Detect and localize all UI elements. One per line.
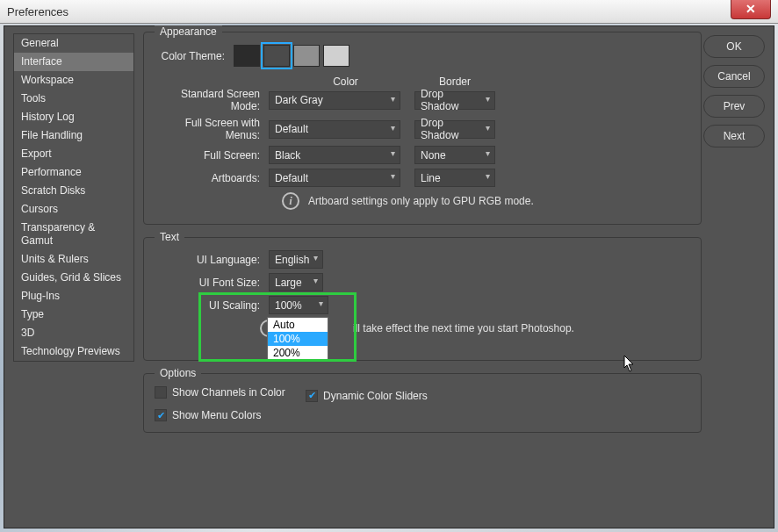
sidebar-item-history-log[interactable]: History Log: [14, 108, 133, 126]
ui-language-label: UI Language:: [155, 254, 269, 266]
ui-scaling-select[interactable]: 100%: [269, 296, 328, 314]
sidebar-item-transparency-gamut[interactable]: Transparency & Gamut: [14, 219, 133, 250]
checkbox-label: Dynamic Color Sliders: [323, 390, 428, 402]
show-menu-colors-checkbox[interactable]: ✔ Show Menu Colors: [155, 409, 261, 421]
sidebar-item-label: Export: [21, 147, 52, 160]
window-title: Preferences: [7, 5, 68, 18]
sidebar-item-label: Scratch Disks: [21, 184, 85, 197]
prev-button[interactable]: Prev: [703, 95, 765, 118]
color-column-header: Color: [277, 75, 414, 88]
ui-font-size-label: UI Font Size:: [155, 277, 269, 289]
checkbox-icon: [155, 386, 167, 399]
cancel-button[interactable]: Cancel: [703, 65, 765, 88]
title-bar: Preferences ✕: [0, 0, 778, 24]
standard-screen-mode-label: Standard Screen Mode:: [155, 88, 269, 112]
ui-font-size-select[interactable]: Large: [269, 273, 323, 291]
border-column-header: Border: [414, 75, 496, 88]
theme-swatch-darkest[interactable]: [234, 45, 260, 67]
sidebar-item-label: 3D: [21, 327, 34, 339]
sidebar-item-cursors[interactable]: Cursors: [14, 200, 133, 219]
select-value: 100%: [275, 299, 302, 312]
sidebar-item-performance[interactable]: Performance: [14, 163, 133, 182]
standard-screen-color-select[interactable]: Dark Gray: [269, 91, 400, 110]
sidebar-item-units-rulers[interactable]: Units & Rulers: [14, 250, 133, 269]
checkbox-icon: ✔: [306, 390, 318, 402]
select-value: Default: [275, 172, 308, 184]
button-label: Prev: [724, 100, 746, 112]
sidebar-item-label: General: [21, 37, 59, 49]
sidebar-item-general[interactable]: General: [14, 34, 133, 53]
options-group: Options Show Channels in Color ✔ Dynamic…: [143, 373, 702, 433]
show-channels-checkbox[interactable]: Show Channels in Color: [155, 386, 285, 399]
sidebar-item-scratch-disks[interactable]: Scratch Disks: [14, 182, 133, 200]
full-screen-menus-border-select[interactable]: Drop Shadow: [414, 120, 495, 139]
sidebar-item-3d[interactable]: 3D: [14, 324, 133, 342]
ui-scaling-dropdown[interactable]: Auto 100% 200%: [267, 317, 328, 361]
full-screen-color-select[interactable]: Black: [269, 146, 400, 164]
sidebar-item-label: Workspace: [21, 74, 74, 86]
theme-swatch-light[interactable]: [323, 45, 349, 67]
sidebar-item-label: Technology Previews: [21, 345, 120, 357]
sidebar-item-label: History Log: [21, 111, 75, 123]
next-button[interactable]: Next: [703, 125, 765, 147]
sidebar-item-label: Cursors: [21, 203, 58, 215]
checkbox-label: Show Channels in Color: [172, 386, 285, 399]
sidebar-item-label: File Handling: [21, 129, 83, 141]
info-icon: i: [282, 192, 299, 210]
artboards-color-select[interactable]: Default: [269, 169, 400, 187]
artboards-label: Artboards:: [155, 172, 269, 184]
select-value: Drop Shadow: [421, 88, 479, 112]
ui-scaling-option-100[interactable]: 100%: [268, 332, 328, 346]
full-screen-menus-label: Full Screen with Menus:: [155, 117, 269, 141]
sidebar-item-interface[interactable]: Interface: [14, 53, 133, 71]
sidebar-item-guides-grid-slices[interactable]: Guides, Grid & Slices: [14, 269, 133, 287]
sidebar-item-label: Transparency & Gamut: [21, 221, 95, 247]
sidebar: General Interface Workspace Tools Histor…: [13, 33, 134, 362]
standard-screen-border-select[interactable]: Drop Shadow: [414, 91, 495, 110]
dynamic-sliders-checkbox[interactable]: ✔ Dynamic Color Sliders: [306, 390, 428, 402]
full-screen-border-select[interactable]: None: [414, 146, 495, 164]
select-value: Line: [421, 172, 441, 184]
text-legend: Text: [155, 231, 184, 243]
checkbox-label: Show Menu Colors: [172, 409, 261, 421]
close-icon: ✕: [746, 2, 756, 16]
select-value: Black: [275, 149, 300, 162]
ui-scaling-label: UI Scaling:: [155, 299, 269, 312]
ui-scaling-option-auto[interactable]: Auto: [268, 318, 328, 332]
sidebar-item-label: Tools: [21, 92, 46, 104]
theme-swatch-dark[interactable]: [263, 45, 290, 67]
appearance-group: Appearance Color Theme: Color Border Sta…: [143, 32, 702, 225]
select-value: Large: [275, 277, 302, 289]
select-value: Default: [275, 123, 308, 135]
select-value: Dark Gray: [275, 94, 323, 106]
button-label: OK: [726, 40, 741, 53]
full-screen-label: Full Screen:: [155, 149, 269, 162]
sidebar-item-export[interactable]: Export: [14, 145, 133, 163]
sidebar-item-label: Type: [21, 308, 44, 320]
ui-language-select[interactable]: English: [269, 250, 323, 269]
sidebar-item-type[interactable]: Type: [14, 306, 133, 324]
sidebar-item-tools[interactable]: Tools: [14, 90, 133, 108]
full-screen-menus-color-select[interactable]: Default: [269, 120, 400, 139]
sidebar-item-label: Performance: [21, 166, 82, 178]
button-label: Next: [724, 130, 746, 142]
ui-scaling-option-200[interactable]: 200%: [268, 346, 328, 360]
sidebar-item-technology-previews[interactable]: Technology Previews: [14, 342, 133, 361]
sidebar-item-plug-ins[interactable]: Plug-Ins: [14, 287, 133, 306]
scaling-info-text: ill take effect the next time you start …: [353, 322, 574, 334]
text-group: Text UI Language: English UI Font Size: …: [143, 237, 702, 361]
theme-swatch-medium[interactable]: [293, 45, 320, 67]
options-legend: Options: [155, 367, 201, 379]
select-value: None: [421, 149, 446, 162]
color-theme-label: Color Theme:: [155, 50, 234, 62]
sidebar-item-label: Plug-Ins: [21, 290, 60, 302]
sidebar-item-label: Units & Rulers: [21, 253, 89, 265]
window-close-button[interactable]: ✕: [731, 0, 771, 19]
ok-button[interactable]: OK: [703, 35, 765, 58]
checkbox-icon: ✔: [155, 409, 167, 421]
sidebar-item-file-handling[interactable]: File Handling: [14, 126, 133, 145]
sidebar-item-label: Guides, Grid & Slices: [21, 271, 121, 284]
appearance-legend: Appearance: [155, 25, 222, 38]
artboards-border-select[interactable]: Line: [414, 169, 495, 187]
sidebar-item-workspace[interactable]: Workspace: [14, 71, 133, 90]
